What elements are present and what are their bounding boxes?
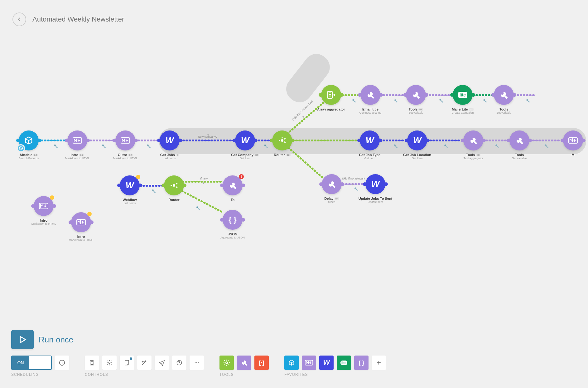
node-badge: 67: [469, 108, 474, 111]
node-tools-t2[interactable]: [494, 85, 514, 105]
node-intro-orphan-1[interactable]: [34, 196, 54, 216]
node-label: Intro: [40, 219, 47, 222]
node-get-job-type[interactable]: W: [360, 130, 380, 150]
node-sublabel: Sleep: [328, 200, 335, 204]
airplane-icon: [159, 360, 165, 366]
node-label: Email title: [362, 107, 378, 111]
node-label: Tools: [499, 107, 508, 111]
node-label: Webflow: [123, 198, 137, 202]
node-badge: 68: [418, 108, 423, 111]
node-update-jobs[interactable]: W: [365, 174, 385, 194]
node-tools-t1[interactable]: [406, 85, 426, 105]
warning-badge-icon: [136, 175, 140, 179]
auto-align-button[interactable]: [137, 356, 152, 370]
markdown-icon: [121, 137, 130, 144]
node-json[interactable]: { }: [223, 210, 243, 230]
back-button[interactable]: [12, 12, 26, 26]
favorite-airtable[interactable]: [284, 356, 299, 370]
markdown-icon: [568, 137, 578, 144]
node-label: Airtable: [20, 153, 32, 157]
node-badge: 61: [79, 154, 84, 156]
node-sublabel: Search Records: [19, 157, 39, 160]
node-sublabel: Get Item: [240, 157, 251, 160]
node-sublabel: List Items: [124, 202, 136, 205]
node-tools-right[interactable]: [509, 130, 529, 150]
node-intro-md[interactable]: [67, 130, 87, 150]
node-sublabel: Markdown to HTML: [31, 222, 56, 225]
plus-icon: [376, 360, 382, 366]
toggle-off-region: [29, 356, 51, 369]
markdown-icon: [76, 219, 86, 225]
node-sublabel: Set variable: [496, 111, 511, 114]
node-label: To: [231, 198, 235, 202]
favorite-webflow[interactable]: W: [319, 356, 334, 370]
tool-text-parser[interactable]: [·]: [254, 356, 269, 370]
node-label: Outro: [118, 153, 127, 157]
favorite-mailerlite[interactable]: lite: [337, 356, 351, 370]
run-once-label: Run once: [39, 335, 73, 345]
warning-badge-icon: [87, 212, 92, 216]
webflow-icon: W: [166, 135, 174, 145]
tool-tools[interactable]: [237, 356, 251, 370]
explain-flow-button[interactable]: [155, 356, 169, 370]
svg-point-27: [173, 184, 175, 187]
tool-flow-control[interactable]: [219, 356, 234, 370]
node-outro-md[interactable]: [115, 130, 135, 150]
node-badge: 2: [176, 154, 179, 156]
node-sublabel: Set variable: [512, 157, 527, 160]
node-router-main[interactable]: [272, 130, 292, 150]
node-label: Tools: [409, 107, 418, 111]
settings-button[interactable]: [102, 356, 117, 370]
router-icon: [169, 180, 179, 190]
webflow-icon: W: [126, 180, 134, 190]
node-email-title[interactable]: [360, 85, 380, 105]
node-m-right[interactable]: [563, 130, 583, 150]
node-label: Tools: [466, 153, 475, 157]
tools-icon: [327, 179, 336, 189]
save-button[interactable]: [85, 356, 99, 370]
node-badge: 35: [254, 154, 259, 156]
favorite-json[interactable]: { }: [354, 356, 369, 370]
node-label: Tools: [515, 153, 524, 157]
node-sublabel: Get Item: [364, 157, 375, 160]
node-label: Router: [168, 198, 179, 202]
more-button[interactable]: [190, 356, 204, 370]
tools-icon: [499, 90, 508, 100]
node-label: Get Jobs: [160, 153, 175, 157]
node-get-job-location[interactable]: W: [407, 130, 427, 150]
cube-icon: [288, 359, 295, 366]
node-get-jobs[interactable]: W: [160, 130, 180, 150]
node-intro-orphan-2[interactable]: [71, 212, 91, 232]
node-sublabel: Aggregate to JSON: [220, 236, 245, 239]
node-label: M: [571, 153, 574, 157]
node-delay[interactable]: [322, 174, 342, 194]
group-label: SCHEDULING: [11, 372, 69, 377]
node-tools-lower[interactable]: 1: [223, 175, 243, 195]
favorite-markdown[interactable]: [302, 356, 316, 370]
node-webflow-lower[interactable]: W: [120, 175, 140, 195]
node-badge: 62: [128, 154, 133, 156]
schedule-settings-button[interactable]: [55, 356, 69, 370]
json-braces-icon: { }: [358, 360, 364, 366]
mailerlite-icon: lite: [458, 92, 467, 98]
tools-icon: [469, 136, 478, 145]
scheduling-toggle[interactable]: ON: [11, 356, 52, 370]
node-tools-mid[interactable]: [463, 130, 483, 150]
markdown-icon: [39, 203, 48, 209]
mailerlite-icon: lite: [340, 361, 347, 365]
node-airtable[interactable]: [19, 130, 39, 150]
node-array-aggregator[interactable]: [321, 85, 341, 105]
notes-button[interactable]: [120, 356, 134, 370]
help-icon: [176, 360, 182, 366]
add-favorite-button[interactable]: [372, 356, 386, 370]
svg-point-36: [196, 362, 197, 363]
node-mailerlite[interactable]: lite: [453, 85, 473, 105]
node-sublabel: Markdown to HTML: [113, 157, 138, 160]
svg-point-33: [109, 362, 110, 364]
group-label: CONTROLS: [85, 372, 204, 377]
node-router-lower[interactable]: [164, 175, 184, 195]
run-once-button[interactable]: [11, 330, 34, 349]
help-button[interactable]: [172, 356, 186, 370]
node-get-company[interactable]: W: [235, 130, 255, 150]
markdown-icon: [73, 137, 82, 144]
